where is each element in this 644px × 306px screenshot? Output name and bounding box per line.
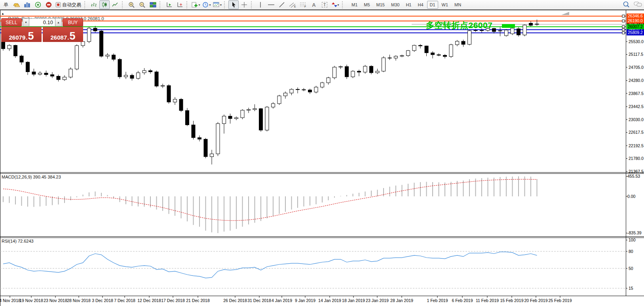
toolbar-separator bbox=[342, 1, 345, 8]
clock-icon bbox=[202, 2, 209, 8]
tf-button-W1[interactable]: W1 bbox=[439, 1, 451, 9]
auto-scroll-icon bbox=[166, 2, 173, 8]
horizontal-line-button[interactable] bbox=[266, 0, 276, 9]
volume-increase-button[interactable]: ▲ bbox=[55, 18, 62, 27]
price-label-text: 26190.0 bbox=[628, 18, 643, 23]
candle-body bbox=[492, 29, 496, 32]
sell-button-label: SELL bbox=[6, 20, 17, 25]
date-label: 31 Dec 2018 bbox=[247, 298, 271, 303]
trendline-button[interactable] bbox=[277, 0, 287, 9]
arrows-button[interactable]: ▾ bbox=[330, 0, 340, 9]
sell-button[interactable]: SELL bbox=[1, 18, 22, 27]
tf-button-M5[interactable]: M5 bbox=[361, 1, 372, 9]
tf-button-D1[interactable]: D1 bbox=[427, 1, 438, 9]
tf-button-M15[interactable]: M15 bbox=[374, 1, 388, 9]
autotrading-label: 自动交易 bbox=[61, 2, 82, 8]
candle-body bbox=[535, 24, 539, 24]
candle-body bbox=[57, 76, 60, 80]
dropdown-arrow-icon[interactable]: ▾ bbox=[338, 3, 339, 7]
tf-button-H1[interactable]: H1 bbox=[403, 1, 414, 9]
candle-body bbox=[179, 99, 183, 110]
tile-windows-icon bbox=[150, 2, 156, 8]
periods-button[interactable]: ▾ bbox=[201, 0, 212, 9]
candle-body bbox=[302, 89, 306, 90]
indicators-icon bbox=[192, 2, 198, 8]
buy-button[interactable]: BUY bbox=[63, 18, 83, 27]
chat-icon[interactable] bbox=[634, 1, 642, 8]
line-chart-button[interactable] bbox=[110, 0, 120, 9]
price-tick-label: 21367.5 bbox=[629, 169, 644, 174]
search-icon[interactable] bbox=[623, 1, 630, 8]
volume-input[interactable]: 0.10 bbox=[29, 18, 55, 27]
toolbar-separator bbox=[160, 1, 162, 8]
candle-body bbox=[419, 45, 422, 46]
tf-button-M1[interactable]: M1 bbox=[349, 1, 360, 9]
candle-body bbox=[437, 55, 441, 55]
charts-publish-icon[interactable] bbox=[22, 0, 32, 9]
price-label-text: 26346.6 bbox=[628, 13, 643, 18]
candle-body bbox=[394, 56, 398, 58]
bars-chart-button[interactable] bbox=[89, 0, 99, 9]
buy-price[interactable]: 26087.5 bbox=[43, 27, 83, 42]
tf-button-M30[interactable]: M30 bbox=[388, 1, 402, 9]
rsi-line bbox=[3, 252, 537, 278]
equidistant-channel-button[interactable]: E bbox=[287, 0, 298, 9]
vertical-line-button[interactable] bbox=[255, 0, 266, 9]
date-label: 4 Jan 2019 bbox=[272, 298, 292, 303]
fibonacci-button[interactable]: F bbox=[298, 0, 308, 9]
candle-body bbox=[321, 83, 324, 87]
price-label-text: 26007.2 bbox=[628, 24, 643, 29]
tf-button-H4[interactable]: H4 bbox=[415, 1, 426, 9]
cursor-button[interactable] bbox=[228, 0, 239, 9]
templates-button[interactable]: ▾ bbox=[212, 0, 222, 9]
sell-price-main: 26079 bbox=[9, 34, 26, 40]
chart-shift-button[interactable] bbox=[175, 0, 185, 9]
candlestick-chart-button[interactable] bbox=[99, 0, 110, 9]
tile-windows-button[interactable] bbox=[148, 0, 158, 9]
dropdown-arrow-icon[interactable]: ▾ bbox=[198, 3, 200, 7]
market-store-icon bbox=[45, 2, 52, 8]
text-label-icon: T bbox=[322, 2, 328, 8]
svg-text:F: F bbox=[304, 5, 306, 8]
date-label: 9 Jan 2019 bbox=[295, 298, 315, 303]
date-label: 25 Feb 2019 bbox=[549, 298, 572, 303]
text-button[interactable]: A bbox=[309, 0, 319, 9]
new-order-button[interactable]: 单 bbox=[1, 0, 11, 9]
macd-tick-label: 455.53 bbox=[627, 174, 640, 179]
candle-body bbox=[277, 96, 281, 104]
indicators-button[interactable]: ▾ bbox=[191, 0, 201, 9]
date-label: 17 Dec 2018 bbox=[161, 298, 185, 303]
candle-body bbox=[51, 75, 54, 76]
candle-body bbox=[186, 110, 189, 125]
candle-body bbox=[192, 125, 195, 137]
candle-body bbox=[357, 71, 361, 72]
gold-icon[interactable] bbox=[11, 0, 22, 9]
timeframe-group: M1M5M15M30H1H4D1W1MN bbox=[349, 1, 464, 9]
zoom-in-button[interactable] bbox=[126, 0, 137, 9]
dropdown-arrow-icon[interactable]: ▾ bbox=[220, 3, 222, 7]
candle-body bbox=[69, 69, 72, 77]
candle-body bbox=[339, 67, 342, 67]
candle-body bbox=[400, 55, 404, 56]
one-click-collapse-icon[interactable]: ▲ bbox=[1, 12, 4, 15]
auto-scroll-button[interactable] bbox=[164, 0, 174, 9]
rsi-tick-label: 80 bbox=[629, 249, 633, 254]
candle-body bbox=[222, 116, 226, 124]
new-order-label: 单 bbox=[3, 2, 9, 8]
zoom-out-icon bbox=[139, 2, 146, 8]
volume-decrease-button[interactable]: ▼ bbox=[23, 18, 29, 27]
toolbar-separator bbox=[122, 1, 125, 8]
chart-canvas[interactable]: 26081.026346.626190.025910.725809.226007… bbox=[0, 0, 644, 306]
signal-icon[interactable] bbox=[33, 0, 43, 9]
tf-button-MN[interactable]: MN bbox=[452, 1, 464, 9]
cursor-icon bbox=[231, 2, 237, 8]
market-icon[interactable] bbox=[44, 0, 54, 9]
chart-upload-icon bbox=[24, 2, 31, 8]
autotrading-button[interactable]: 自动交易 bbox=[54, 0, 83, 9]
crosshair-button[interactable] bbox=[239, 0, 249, 9]
text-label-button[interactable]: T bbox=[319, 0, 330, 9]
sell-price[interactable]: 26079.5 bbox=[1, 27, 42, 42]
candle-body bbox=[511, 28, 514, 34]
dropdown-arrow-icon[interactable]: ▾ bbox=[209, 3, 211, 7]
zoom-out-button[interactable] bbox=[137, 0, 147, 9]
